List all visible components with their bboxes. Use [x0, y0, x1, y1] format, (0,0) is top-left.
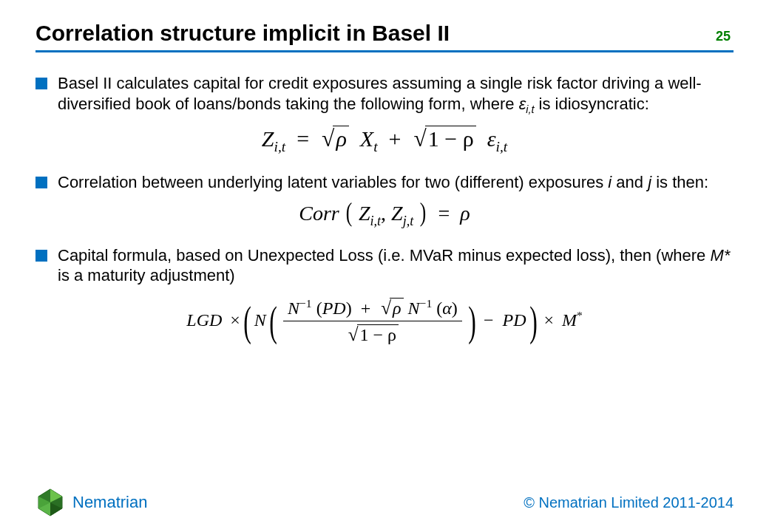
eq1-Z: Z — [262, 126, 274, 151]
footer-left: Nematrian — [35, 488, 147, 517]
eq1-plus: + — [389, 126, 402, 151]
bullet-square-icon — [35, 250, 47, 262]
eq3-minus: − — [484, 310, 494, 329]
bullet-3-post: is a maturity adjustment) — [58, 266, 235, 284]
eq2-rho: ρ — [460, 202, 470, 225]
eq3-times2: × — [544, 310, 555, 329]
bullet-square-icon — [35, 177, 47, 188]
eq1-rho: ρ — [333, 126, 348, 151]
bullet-1-text: Basel II calculates capital for credit e… — [58, 73, 734, 117]
equation-3: LGD × ( N ( N−1 (PD) + ρ N−1 (α) 1 − ρ ) — [35, 296, 734, 347]
copyright-text: © Nematrian Limited 2011-2014 — [524, 494, 734, 511]
slide-number: 25 — [716, 29, 734, 46]
eq1-Zsub: i,t — [274, 139, 285, 154]
nematrian-logo-icon — [35, 488, 65, 517]
eq3-rho: ρ — [390, 298, 404, 318]
eq3-PD1: PD — [322, 299, 346, 318]
bullet-1-var: ε — [519, 95, 526, 113]
bullet-3-var: M* — [710, 246, 730, 265]
eq1-eps: ε — [487, 126, 496, 151]
eq2-corr: Corr — [299, 202, 339, 225]
bullet-1: Basel II calculates capital for credit e… — [35, 73, 734, 117]
eq1-1mrho: 1 − ρ — [428, 126, 474, 151]
bullet-1-sub: i,t — [526, 103, 534, 115]
slide: Correlation structure implicit in Basel … — [0, 0, 769, 532]
bullet-3-text: Capital formula, based on Unexpected Los… — [58, 245, 734, 286]
bullet-1-post: is idiosyncratic: — [534, 95, 648, 113]
eq2-Z2sub: j,t — [403, 213, 414, 228]
eq3-star: * — [577, 308, 583, 321]
slide-header: Correlation structure implicit in Basel … — [35, 21, 734, 52]
bullet-2: Correlation between underlying latent va… — [35, 172, 734, 193]
eq3-LGD: LGD — [186, 310, 222, 329]
sqrt-icon: ρ — [379, 296, 403, 320]
equation-1: Zi,t = ρ Xt + 1 − ρ εi,t — [35, 124, 734, 156]
eq2-Z1: Z — [359, 202, 370, 225]
eq3-PD2: PD — [503, 310, 526, 329]
sqrt-icon: 1 − ρ — [412, 124, 475, 153]
eq2-comma: , — [381, 202, 386, 225]
bullet-2-post: is then: — [651, 173, 708, 191]
bullet-2-pre: Correlation between underlying latent va… — [58, 173, 608, 191]
eq3-M: M — [562, 310, 577, 329]
fraction: N−1 (PD) + ρ N−1 (α) 1 − ρ — [283, 296, 462, 347]
eq3-plus: + — [361, 299, 371, 318]
sqrt-icon: 1 − ρ — [347, 323, 399, 347]
eq1-Xsub: t — [373, 139, 377, 154]
eq2-Z1sub: i,t — [370, 213, 381, 228]
eq3-Ninv2: N — [408, 299, 420, 318]
eq3-Ninv1: N — [288, 299, 299, 318]
bullet-square-icon — [35, 78, 47, 89]
eq3-1mrho: 1 − ρ — [360, 325, 397, 344]
sqrt-icon: ρ — [320, 124, 349, 153]
bullet-3: Capital formula, based on Unexpected Los… — [35, 245, 734, 286]
slide-title: Correlation structure implicit in Basel … — [35, 21, 450, 46]
brand-name: Nematrian — [72, 493, 147, 512]
eq2-Z2: Z — [391, 202, 403, 225]
slide-body: Basel II calculates capital for credit e… — [35, 52, 734, 347]
bullet-3-pre: Capital formula, based on Unexpected Los… — [58, 246, 710, 265]
eq1-eq: = — [297, 126, 309, 151]
slide-footer: Nematrian © Nematrian Limited 2011-2014 — [0, 488, 769, 517]
eq3-times1: × — [230, 310, 240, 329]
eq3-N: N — [254, 310, 266, 329]
eq3-neg1a: −1 — [299, 297, 312, 310]
eq3-alpha: α — [442, 299, 452, 318]
bullet-2-text: Correlation between underlying latent va… — [58, 172, 734, 193]
eq1-epssub: i,t — [496, 139, 508, 154]
eq3-neg1b: −1 — [420, 297, 433, 310]
eq1-X: X — [360, 126, 373, 151]
eq2-eq: = — [438, 202, 450, 225]
bullet-2-mid: and — [612, 173, 648, 191]
equation-2: Corr ( Zi,t, Zj,t ) = ρ — [35, 200, 734, 229]
